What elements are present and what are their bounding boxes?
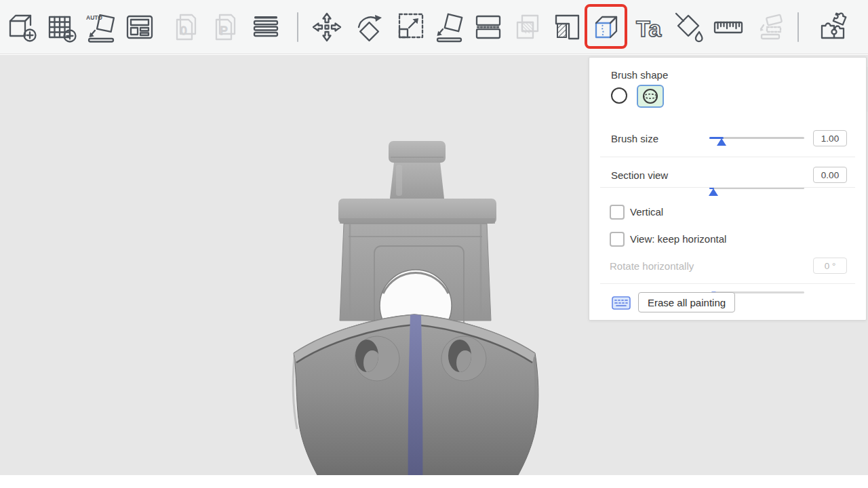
divider xyxy=(600,157,855,157)
brush-size-slider[interactable] xyxy=(709,132,804,146)
toolbar-boolean-button[interactable] xyxy=(511,11,544,43)
benchy-chimney xyxy=(389,141,446,199)
text-icon: Ta xyxy=(633,11,666,43)
svg-text:P: P xyxy=(220,24,228,37)
svg-text:0: 0 xyxy=(180,24,186,37)
toolbar-fill-button[interactable] xyxy=(551,11,583,43)
add-model-icon xyxy=(5,11,38,43)
seam-painting-panel: Brush shape Brush size 1.00 Section view… xyxy=(589,57,867,321)
brush-shape-label: Brush shape xyxy=(611,69,668,81)
section-view-value[interactable]: 0.00 xyxy=(813,167,847,183)
auto-orient-icon: AUTO xyxy=(84,11,117,43)
boolean-icon xyxy=(511,11,544,43)
main-toolbar: AUTO 0 P xyxy=(0,0,868,54)
move-icon xyxy=(311,11,343,43)
sphere-brush-icon xyxy=(642,87,659,105)
vertical-checkbox-label: Vertical xyxy=(630,206,663,218)
split-icon xyxy=(816,11,849,43)
toolbar-scale-button[interactable] xyxy=(393,11,426,43)
brush-shape-sphere-option[interactable] xyxy=(637,85,664,108)
scale-icon xyxy=(393,11,426,43)
toolbar-layers-button[interactable] xyxy=(250,11,282,43)
erase-all-painting-button[interactable]: Erase all painting xyxy=(638,292,735,312)
toolbar-seam-painting-button[interactable] xyxy=(590,11,623,43)
seam-painting-icon xyxy=(590,11,623,43)
toolbar-support-painting-button[interactable] xyxy=(755,11,788,43)
toolbar-separator xyxy=(797,12,799,42)
toolbar-auto-orient-button[interactable]: AUTO xyxy=(84,11,117,43)
toolbar-measure-button[interactable] xyxy=(712,11,745,43)
toolbar-cut-button[interactable] xyxy=(472,11,505,43)
toolbar-document-0-button[interactable]: 0 xyxy=(171,11,203,43)
brush-size-value[interactable]: 1.00 xyxy=(813,130,847,146)
layers-icon xyxy=(250,11,282,43)
benchy-hull xyxy=(293,314,538,488)
brush-size-label: Brush size xyxy=(611,133,658,144)
section-view-slider[interactable] xyxy=(709,182,804,196)
vertical-checkbox[interactable] xyxy=(610,205,625,220)
document-0-icon: 0 xyxy=(171,11,203,43)
toolbar-document-p-button[interactable]: P xyxy=(210,11,243,43)
place-on-face-icon xyxy=(433,11,465,43)
cut-icon xyxy=(472,11,505,43)
svg-text:Ta: Ta xyxy=(636,16,662,41)
toolbar-add-model-button[interactable] xyxy=(5,11,38,43)
toolbar-rotate-button[interactable] xyxy=(354,11,387,43)
toolbar-separator xyxy=(297,12,298,42)
support-painting-icon xyxy=(755,11,788,43)
rotate-horizontally-label: Rotate horizontally xyxy=(610,260,694,272)
toolbar-place-on-face-button[interactable] xyxy=(433,11,465,43)
benchy-hawse-hole-right xyxy=(441,336,486,381)
rotate-icon xyxy=(354,11,387,43)
document-p-icon: P xyxy=(210,11,243,43)
toolbar-split-button[interactable] xyxy=(816,11,849,43)
slider-thumb[interactable] xyxy=(717,138,726,146)
rotate-horizontally-value[interactable]: 0 ° xyxy=(813,258,847,274)
keyboard-shortcuts-icon[interactable] xyxy=(612,296,631,310)
toolbar-color-painting-button[interactable] xyxy=(673,11,705,43)
divider xyxy=(600,187,855,188)
bottom-strip xyxy=(0,475,868,488)
divider xyxy=(600,283,855,284)
add-build-plate-icon xyxy=(45,11,77,43)
brush-shape-circle-option[interactable] xyxy=(611,87,627,104)
measure-icon xyxy=(712,11,745,43)
toolbar-move-button[interactable] xyxy=(311,11,343,43)
section-view-label: Section view xyxy=(611,169,668,181)
painted-seam-stripe[interactable] xyxy=(408,314,423,488)
benchy-model[interactable] xyxy=(267,136,568,488)
color-painting-icon xyxy=(673,11,705,43)
fill-icon xyxy=(551,11,583,43)
toolbar-text-button[interactable]: Ta xyxy=(633,11,666,43)
slider-thumb[interactable] xyxy=(709,188,718,196)
view-keep-horizontal-label: View: keep horizontal xyxy=(630,233,726,245)
toolbar-arrange-button[interactable] xyxy=(123,11,156,43)
toolbar-add-build-plate-button[interactable] xyxy=(45,11,77,43)
benchy-hawse-hole-left xyxy=(355,336,399,381)
arrange-icon xyxy=(123,11,156,43)
view-keep-horizontal-checkbox[interactable] xyxy=(610,232,625,247)
